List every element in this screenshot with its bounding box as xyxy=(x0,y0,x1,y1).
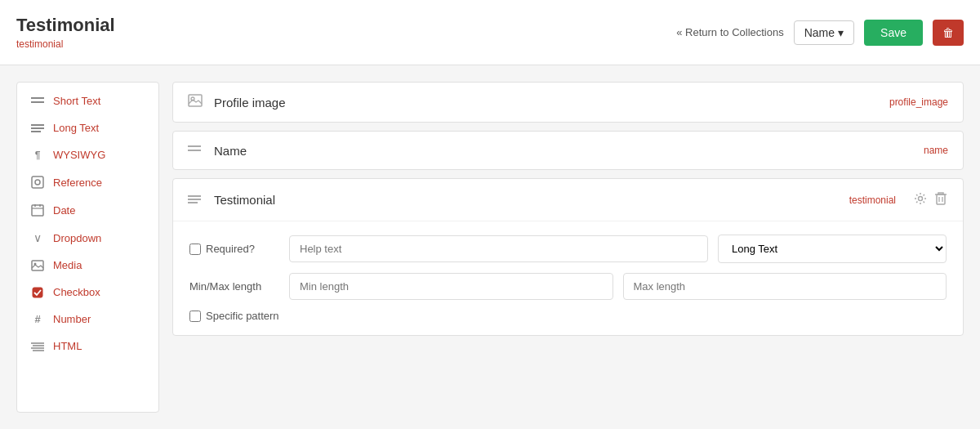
delete-button[interactable]: 🗑 xyxy=(933,20,964,46)
sidebar-item-dropdown[interactable]: ∨ Dropdown xyxy=(17,224,158,252)
header-left: Testimonial testimonial xyxy=(16,15,115,50)
svg-rect-18 xyxy=(189,95,202,106)
testimonial-field-icon xyxy=(188,193,204,208)
svg-rect-26 xyxy=(937,194,945,204)
sidebar-item-wysiwyg[interactable]: ¶ WYSIWYG xyxy=(17,141,158,168)
sidebar-item-number[interactable]: # Number xyxy=(17,306,158,333)
dropdown-icon: ∨ xyxy=(30,231,45,244)
sidebar-item-label: Date xyxy=(53,204,75,217)
sidebar-item-date[interactable]: Date xyxy=(17,196,158,224)
required-label-text: Required? xyxy=(206,243,255,255)
sidebar-item-label: HTML xyxy=(53,340,82,352)
required-checkbox-label[interactable]: Required? xyxy=(189,243,279,255)
sidebar-item-label: Dropdown xyxy=(53,232,101,244)
testimonial-field-body: Required? Long Text Short Text WYSIWYG M… xyxy=(173,221,963,335)
required-row: Required? Long Text Short Text WYSIWYG xyxy=(189,235,947,263)
specific-pattern-checkbox[interactable] xyxy=(189,311,201,322)
testimonial-field: Testimonial testimonial Required? xyxy=(172,178,964,336)
reference-icon xyxy=(30,176,45,189)
required-checkbox[interactable] xyxy=(189,244,201,255)
profile-image-field: Profile image profile_image xyxy=(172,82,964,123)
media-icon xyxy=(30,260,45,271)
sidebar-item-label: Media xyxy=(53,259,82,271)
header-right: « Return to Collections Name ▾ Save 🗑 xyxy=(676,20,964,46)
content-area: Profile image profile_image Name name Te… xyxy=(172,82,964,413)
min-max-label: Min/Max length xyxy=(189,280,279,293)
testimonial-field-label: Testimonial xyxy=(214,193,840,207)
min-max-row: Min/Max length xyxy=(189,273,947,300)
sidebar-item-label: Checkbox xyxy=(53,286,100,298)
specific-pattern-label-text: Specific pattern xyxy=(206,310,279,322)
name-dropdown-label: Name xyxy=(804,26,835,39)
chevron-down-icon: ▾ xyxy=(838,26,844,39)
field-type-select[interactable]: Long Text Short Text WYSIWYG xyxy=(718,235,947,263)
sidebar-item-label: Reference xyxy=(53,177,102,189)
sidebar: Short Text Long Text ¶ WYSIWYG Reference… xyxy=(16,82,159,413)
page-title: Testimonial xyxy=(16,15,115,36)
sidebar-item-checkbox[interactable]: Checkbox xyxy=(17,279,158,306)
sidebar-item-reference[interactable]: Reference xyxy=(17,168,158,196)
sidebar-item-media[interactable]: Media xyxy=(17,252,158,279)
header: Testimonial testimonial « Return to Coll… xyxy=(0,0,980,65)
checkbox-icon xyxy=(30,287,45,298)
name-field-label: Name xyxy=(214,144,914,158)
date-icon xyxy=(30,203,45,217)
html-icon xyxy=(30,342,45,351)
sidebar-item-label: Short Text xyxy=(53,95,100,107)
specific-pattern-label[interactable]: Specific pattern xyxy=(189,310,279,322)
testimonial-field-header: Testimonial testimonial xyxy=(173,179,963,221)
svg-point-6 xyxy=(35,180,40,185)
profile-image-key: profile_image xyxy=(889,96,948,108)
save-button[interactable]: Save xyxy=(864,20,923,46)
return-to-collections-link[interactable]: « Return to Collections xyxy=(676,26,784,38)
svg-point-25 xyxy=(919,197,923,201)
sidebar-item-label: WYSIWYG xyxy=(53,149,105,161)
specific-pattern-row: Specific pattern xyxy=(189,310,947,322)
sidebar-item-html[interactable]: HTML xyxy=(17,333,158,360)
sidebar-item-label: Number xyxy=(53,313,91,325)
svg-rect-13 xyxy=(33,288,42,297)
long-text-icon xyxy=(30,123,45,133)
wysiwyg-icon: ¶ xyxy=(30,150,45,161)
name-dropdown[interactable]: Name ▾ xyxy=(794,20,854,45)
name-field-icon xyxy=(188,143,204,158)
testimonial-field-key: testimonial xyxy=(849,194,896,206)
svg-rect-5 xyxy=(32,177,43,188)
name-field: Name name xyxy=(172,131,964,170)
main-layout: Short Text Long Text ¶ WYSIWYG Reference… xyxy=(0,65,980,429)
sidebar-item-long-text[interactable]: Long Text xyxy=(17,114,158,141)
testimonial-action-icons xyxy=(912,190,948,209)
help-text-input[interactable] xyxy=(289,235,708,262)
short-text-icon xyxy=(30,96,45,106)
number-icon: # xyxy=(30,313,45,325)
profile-image-icon xyxy=(188,94,204,110)
name-field-key: name xyxy=(924,145,948,156)
sidebar-item-label: Long Text xyxy=(53,122,99,134)
min-length-input[interactable] xyxy=(289,273,613,300)
trash-icon: 🗑 xyxy=(942,26,954,39)
settings-icon[interactable] xyxy=(912,190,929,209)
profile-image-label: Profile image xyxy=(214,96,880,109)
sidebar-item-short-text[interactable]: Short Text xyxy=(17,87,158,114)
page-subtitle: testimonial xyxy=(16,38,115,50)
delete-field-icon[interactable] xyxy=(933,190,948,209)
svg-rect-7 xyxy=(32,205,43,216)
max-length-input[interactable] xyxy=(623,273,947,300)
svg-rect-11 xyxy=(32,261,43,270)
